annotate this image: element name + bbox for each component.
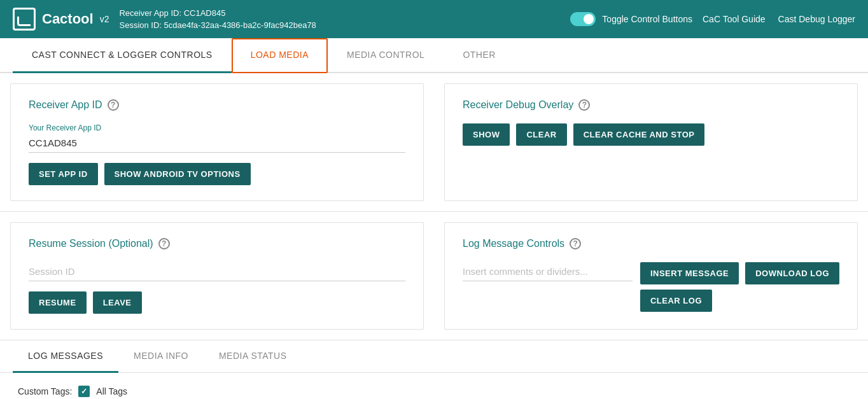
insert-message-button[interactable]: INSERT MESSAGE [640,262,739,284]
download-log-button[interactable]: DOWNLOAD LOG [745,262,839,284]
custom-tags-label: Custom Tags: [18,386,72,396]
session-id-input[interactable] [29,262,405,281]
tab-log-messages[interactable]: LOG MESSAGES [13,340,118,373]
resume-session-title: Resume Session (Optional) ? [29,238,405,249]
receiver-app-id-panel: Receiver App ID ? Your Receiver App ID S… [10,83,424,201]
main-tabs: CAST CONNECT & LOGGER CONTROLS LOAD MEDI… [0,38,868,73]
tab-cast-connect[interactable]: CAST CONNECT & LOGGER CONTROLS [13,38,232,73]
receiver-app-input-label: Your Receiver App ID [29,123,405,132]
bottom-panels-row: Resume Session (Optional) ? RESUME LEAVE… [0,212,868,340]
header-links: CaC Tool Guide Cast Debug Logger [703,14,855,24]
session-id-line: Session ID: 5cdae4fa-32aa-4386-ba2c-9fac… [119,19,560,32]
receiver-app-id-title: Receiver App ID ? [29,99,405,111]
receiver-debug-overlay-panel: Receiver Debug Overlay ? SHOW CLEAR CLEA… [444,83,858,201]
receiver-app-id-help-icon[interactable]: ? [108,99,119,111]
cast-debug-logger-link[interactable]: Cast Debug Logger [778,14,855,24]
toggle-control-buttons[interactable] [570,12,596,26]
resume-session-panel: Resume Session (Optional) ? RESUME LEAVE [10,222,424,330]
all-tags-label: All Tags [96,386,127,396]
top-panels-row: Receiver App ID ? Your Receiver App ID S… [0,73,868,212]
log-message-input[interactable] [463,262,633,281]
header-info: Receiver App ID: CC1AD845 Session ID: 5c… [119,7,560,32]
log-message-controls-panel: Log Message Controls ? INSERT MESSAGE DO… [444,222,858,330]
resume-session-buttons: RESUME LEAVE [29,291,405,314]
set-app-id-button[interactable]: SET APP ID [29,163,98,185]
show-android-tv-button[interactable]: SHOW ANDROID TV OPTIONS [104,163,251,185]
receiver-app-id-input[interactable] [29,134,405,153]
tab-other[interactable]: OTHER [444,38,515,73]
tab-media-info[interactable]: MEDIA INFO [118,340,204,373]
app-header: Cactool v2 Receiver App ID: CC1AD845 Ses… [0,0,868,38]
clear-log-button[interactable]: CLEAR LOG [640,290,712,312]
cast-icon [13,8,36,31]
log-top-buttons: INSERT MESSAGE DOWNLOAD LOG [640,262,839,284]
bottom-content: Custom Tags: All Tags [0,373,868,399]
bottom-section: LOG MESSAGES MEDIA INFO MEDIA STATUS Cus… [0,340,868,399]
tab-load-media[interactable]: LOAD MEDIA [232,38,328,73]
receiver-app-id-line: Receiver App ID: CC1AD845 [119,7,560,20]
receiver-app-id-value: CC1AD845 [184,8,226,18]
logo-text: Cactool [42,11,94,27]
tab-media-status[interactable]: MEDIA STATUS [204,340,302,373]
tab-media-control[interactable]: MEDIA CONTROL [328,38,444,73]
receiver-debug-help-icon[interactable]: ? [578,99,590,111]
receiver-debug-title: Receiver Debug Overlay ? [463,99,839,111]
leave-button[interactable]: LEAVE [93,291,142,314]
clear-cache-stop-button[interactable]: CLEAR CACHE AND STOP [573,123,705,146]
session-id-label: Session ID: [119,20,161,30]
receiver-app-id-label: Receiver App ID: [119,8,181,18]
resume-session-help-icon[interactable]: ? [158,238,170,249]
resume-button[interactable]: RESUME [29,291,87,314]
receiver-app-buttons: SET APP ID SHOW ANDROID TV OPTIONS [29,163,405,185]
toggle-label: Toggle Control Buttons [602,14,692,24]
custom-tags-row: Custom Tags: All Tags [18,386,850,397]
session-id-value: 5cdae4fa-32aa-4386-ba2c-9fac942bea78 [164,20,316,30]
main-content: Receiver App ID ? Your Receiver App ID S… [0,73,868,340]
all-tags-checkbox[interactable] [78,386,90,397]
app-logo: Cactool v2 [13,8,109,31]
cac-tool-guide-link[interactable]: CaC Tool Guide [703,14,766,24]
receiver-debug-buttons: SHOW CLEAR CLEAR CACHE AND STOP [463,123,839,146]
show-debug-button[interactable]: SHOW [463,123,510,146]
bottom-tabs: LOG MESSAGES MEDIA INFO MEDIA STATUS [0,340,868,373]
logo-version: v2 [100,14,109,24]
clear-debug-button[interactable]: CLEAR [516,123,566,146]
toggle-area: Toggle Control Buttons [570,12,692,26]
log-message-title: Log Message Controls ? [463,238,839,249]
log-message-help-icon[interactable]: ? [570,238,581,249]
